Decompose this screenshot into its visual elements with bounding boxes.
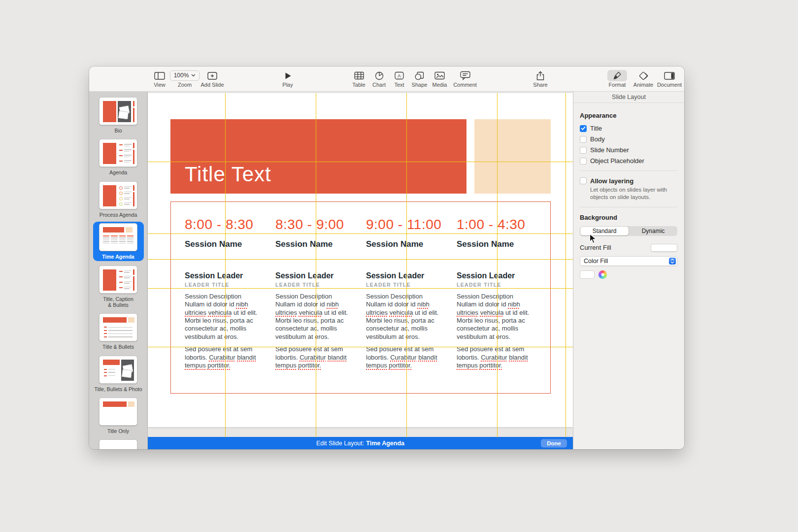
object-placeholder-checkbox[interactable] [580,158,587,165]
toolbar-comment-button[interactable]: Comment [450,70,480,88]
slide-layout-label: Title, Caption& Bullets [93,296,144,308]
sidebar-item-title-bullets[interactable]: Title & Bullets [93,312,144,351]
svg-text:A: A [398,73,401,78]
session-description-2: Sed posuere est at semlobortis. Curabitu… [185,345,271,369]
toolbar-shape-button[interactable]: Shape [409,70,430,88]
agenda-column-2[interactable]: 8:30 - 9:00Session NameSession LeaderLEA… [275,217,362,369]
session-description-2: Sed posuere est at semlobortis. Curabitu… [457,345,543,369]
allow-layering-checkbox[interactable] [580,177,587,184]
sidebar-item-title-caption-bullets[interactable]: Title, Caption& Bullets [93,264,144,309]
dropdown-stepper-icon [669,258,676,265]
slide-layout-panel: Slide Layout Appearance TitleBodySlide N… [573,92,684,449]
accent-rectangle[interactable] [474,119,551,194]
color-wheel-button[interactable] [598,270,607,279]
leader-title: LEADER TITLE [457,282,543,288]
divider [580,207,677,207]
zoom-value-button[interactable]: 100% [170,70,200,81]
toolbar-play-button[interactable]: Play [276,70,299,88]
toolbar-animate-button[interactable]: Animate [630,70,657,88]
checkbox-label: Slide Number [590,146,629,154]
leader-title: LEADER TITLE [366,282,453,288]
panel-title: Slide Layout [573,92,684,103]
toolbar-chart-button[interactable]: Chart [369,70,389,88]
appearance-options: TitleBodySlide NumberObject Placeholder [580,125,677,165]
fill-type-dropdown[interactable]: Color Fill [580,256,677,266]
session-description: Session DescriptionNullam id dolor id ni… [457,293,543,341]
slide-layout-label: Title & Bullets [93,344,144,350]
agenda-column-1[interactable]: 8:00 - 8:30Session NameSession LeaderLEA… [185,217,271,369]
toolbar-label: Table [352,82,365,88]
current-fill-swatch[interactable] [651,244,677,252]
toolbar-label: View [154,82,166,88]
toolbar-media-button[interactable]: Media [430,70,450,88]
sidebar-item-bio[interactable]: Bio [93,96,144,134]
toolbar-label: Chart [372,82,386,88]
title-checkbox[interactable] [580,125,587,132]
appearance-option-title[interactable]: Title [580,125,677,132]
agenda-column-3[interactable]: 9:00 - 11:00Session NameSession LeaderLE… [366,217,453,369]
agenda-column-4[interactable]: 1:00 - 4:30Session NameSession LeaderLEA… [457,217,543,369]
slide-layout-thumbnail [99,181,137,209]
appearance-option-body[interactable]: Body [580,135,677,143]
sidebar-item-agenda[interactable]: Agenda [93,137,144,176]
sidebar-item-partial[interactable] [93,438,144,449]
slide-layout-label: Process Agenda [93,212,144,218]
toolbar-text-button[interactable]: AText [389,70,409,88]
slide-layout-label: Agenda [93,169,144,175]
toolbar: View 100% Zoom Add Slide Play TableChart [89,66,684,92]
leader-title: LEADER TITLE [275,282,362,288]
toolbar-label: Zoom [178,82,192,88]
sidebar-item-title-bullets-photo[interactable]: Title, Bullets & Photo [93,354,144,393]
session-description: Session DescriptionNullam id dolor id ni… [275,293,362,341]
play-icon [284,70,292,81]
appearance-heading: Appearance [580,112,677,119]
session-name: Session Name [275,239,362,249]
comment-icon [460,70,470,81]
slide-layout-editor[interactable]: Title Text 8:00 - 8:30Session NameSessio… [148,93,573,427]
toolbar-table-button[interactable]: Table [349,70,369,88]
toolbar-share-button[interactable]: Share [529,70,552,88]
sidebar-item-time-agenda[interactable]: Time Agenda [93,222,144,261]
toolbar-zoom-control[interactable]: 100% Zoom [168,70,201,88]
title-placeholder[interactable]: Title Text [170,119,466,194]
shape-icon [415,70,424,81]
appearance-option-object-placeholder[interactable]: Object Placeholder [580,157,677,165]
slide-layout-thumbnail [99,313,137,341]
allow-layering-label: Allow layering [590,177,633,185]
session-name: Session Name [185,239,271,249]
slide-layout-thumbnail [99,266,137,294]
toolbar-label: Format [609,82,626,88]
main-area: BioAgendaProcess AgendaTime AgendaTitle,… [89,92,684,449]
slide-layout-label: Bio [93,128,144,133]
sidebar-item-process-agenda[interactable]: Process Agenda [93,180,144,219]
slide-number-checkbox[interactable] [580,147,587,154]
toolbar-format-button[interactable]: Format [603,70,631,88]
session-leader: Session Leader [457,271,543,280]
slide-title-text[interactable]: Title Text [185,163,271,186]
segment-dynamic[interactable]: Dynamic [629,226,677,236]
toolbar-add-slide-button[interactable]: Add Slide [200,70,224,88]
chart-icon [375,70,384,81]
toolbar-document-button[interactable]: Document [656,70,683,88]
segment-standard[interactable]: Standard [580,227,629,235]
edit-slide-layout-bar: Edit Slide Layout: Time Agenda Done [148,437,573,449]
media-icon [434,70,445,81]
fill-color-well[interactable] [580,270,595,279]
appearance-option-slide-number[interactable]: Slide Number [580,146,677,154]
edit-bar-layout-name: Time Agenda [366,440,404,447]
allow-layering-row[interactable]: Allow layering [580,177,677,185]
canvas-gap [148,427,573,437]
slide-layout-label: Title, Bullets & Photo [93,386,144,392]
sidebar-item-title-only[interactable]: Title Only [93,396,144,435]
view-icon [154,70,165,81]
done-button[interactable]: Done [541,439,567,447]
slide-layout-thumbnail [99,223,137,251]
text-icon: A [395,70,404,81]
body-checkbox[interactable] [580,136,587,143]
checkbox-label: Body [590,135,605,143]
leader-title: LEADER TITLE [185,282,271,288]
session-description: Session DescriptionNullam id dolor id ni… [185,293,271,341]
session-name: Session Name [457,239,543,249]
toolbar-label: Text [394,82,404,88]
document-icon [664,70,675,81]
